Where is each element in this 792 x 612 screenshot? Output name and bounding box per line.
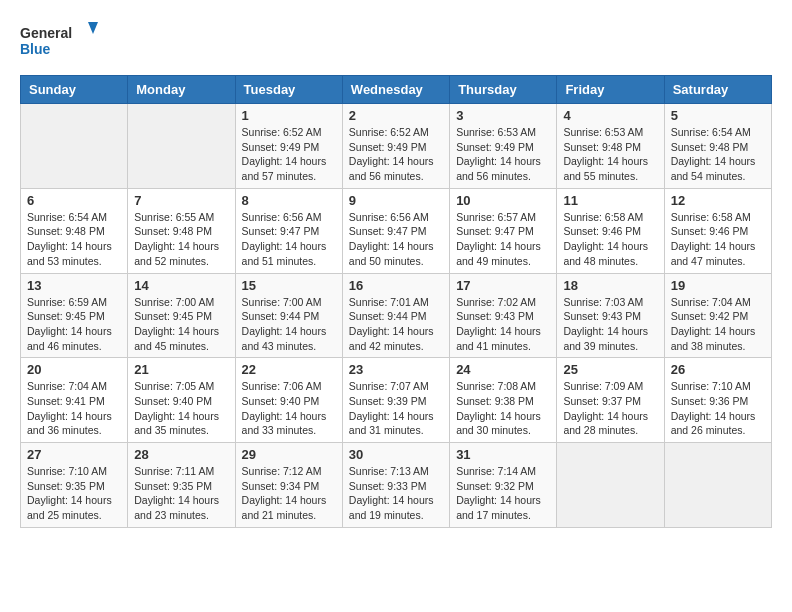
calendar-cell: 15Sunrise: 7:00 AM Sunset: 9:44 PM Dayli… bbox=[235, 273, 342, 358]
calendar-cell bbox=[664, 443, 771, 528]
page-header: General Blue bbox=[20, 20, 772, 65]
day-info: Sunrise: 7:09 AM Sunset: 9:37 PM Dayligh… bbox=[563, 379, 657, 438]
day-info: Sunrise: 7:05 AM Sunset: 9:40 PM Dayligh… bbox=[134, 379, 228, 438]
calendar-cell: 28Sunrise: 7:11 AM Sunset: 9:35 PM Dayli… bbox=[128, 443, 235, 528]
calendar-cell: 21Sunrise: 7:05 AM Sunset: 9:40 PM Dayli… bbox=[128, 358, 235, 443]
day-number: 3 bbox=[456, 108, 550, 123]
svg-marker-2 bbox=[88, 22, 98, 34]
calendar-cell: 1Sunrise: 6:52 AM Sunset: 9:49 PM Daylig… bbox=[235, 104, 342, 189]
day-info: Sunrise: 7:04 AM Sunset: 9:41 PM Dayligh… bbox=[27, 379, 121, 438]
day-info: Sunrise: 7:02 AM Sunset: 9:43 PM Dayligh… bbox=[456, 295, 550, 354]
day-info: Sunrise: 7:11 AM Sunset: 9:35 PM Dayligh… bbox=[134, 464, 228, 523]
calendar-cell: 30Sunrise: 7:13 AM Sunset: 9:33 PM Dayli… bbox=[342, 443, 449, 528]
day-info: Sunrise: 6:57 AM Sunset: 9:47 PM Dayligh… bbox=[456, 210, 550, 269]
day-info: Sunrise: 7:03 AM Sunset: 9:43 PM Dayligh… bbox=[563, 295, 657, 354]
day-info: Sunrise: 7:06 AM Sunset: 9:40 PM Dayligh… bbox=[242, 379, 336, 438]
calendar-cell bbox=[557, 443, 664, 528]
calendar-cell: 24Sunrise: 7:08 AM Sunset: 9:38 PM Dayli… bbox=[450, 358, 557, 443]
calendar-cell: 25Sunrise: 7:09 AM Sunset: 9:37 PM Dayli… bbox=[557, 358, 664, 443]
calendar-cell: 17Sunrise: 7:02 AM Sunset: 9:43 PM Dayli… bbox=[450, 273, 557, 358]
day-info: Sunrise: 6:53 AM Sunset: 9:48 PM Dayligh… bbox=[563, 125, 657, 184]
day-info: Sunrise: 7:13 AM Sunset: 9:33 PM Dayligh… bbox=[349, 464, 443, 523]
day-number: 16 bbox=[349, 278, 443, 293]
calendar-cell bbox=[128, 104, 235, 189]
calendar-cell: 27Sunrise: 7:10 AM Sunset: 9:35 PM Dayli… bbox=[21, 443, 128, 528]
day-number: 9 bbox=[349, 193, 443, 208]
calendar-week-5: 27Sunrise: 7:10 AM Sunset: 9:35 PM Dayli… bbox=[21, 443, 772, 528]
day-number: 7 bbox=[134, 193, 228, 208]
calendar-cell bbox=[21, 104, 128, 189]
day-info: Sunrise: 7:10 AM Sunset: 9:36 PM Dayligh… bbox=[671, 379, 765, 438]
calendar-cell: 14Sunrise: 7:00 AM Sunset: 9:45 PM Dayli… bbox=[128, 273, 235, 358]
day-info: Sunrise: 6:59 AM Sunset: 9:45 PM Dayligh… bbox=[27, 295, 121, 354]
calendar-cell: 31Sunrise: 7:14 AM Sunset: 9:32 PM Dayli… bbox=[450, 443, 557, 528]
day-info: Sunrise: 7:00 AM Sunset: 9:44 PM Dayligh… bbox=[242, 295, 336, 354]
day-info: Sunrise: 6:54 AM Sunset: 9:48 PM Dayligh… bbox=[27, 210, 121, 269]
day-number: 13 bbox=[27, 278, 121, 293]
calendar-cell: 18Sunrise: 7:03 AM Sunset: 9:43 PM Dayli… bbox=[557, 273, 664, 358]
day-number: 10 bbox=[456, 193, 550, 208]
svg-text:General: General bbox=[20, 25, 72, 41]
day-number: 18 bbox=[563, 278, 657, 293]
day-number: 2 bbox=[349, 108, 443, 123]
calendar-week-4: 20Sunrise: 7:04 AM Sunset: 9:41 PM Dayli… bbox=[21, 358, 772, 443]
day-number: 22 bbox=[242, 362, 336, 377]
calendar-cell: 6Sunrise: 6:54 AM Sunset: 9:48 PM Daylig… bbox=[21, 188, 128, 273]
calendar-week-3: 13Sunrise: 6:59 AM Sunset: 9:45 PM Dayli… bbox=[21, 273, 772, 358]
calendar-cell: 19Sunrise: 7:04 AM Sunset: 9:42 PM Dayli… bbox=[664, 273, 771, 358]
header-monday: Monday bbox=[128, 76, 235, 104]
calendar-week-1: 1Sunrise: 6:52 AM Sunset: 9:49 PM Daylig… bbox=[21, 104, 772, 189]
day-number: 30 bbox=[349, 447, 443, 462]
calendar-cell: 29Sunrise: 7:12 AM Sunset: 9:34 PM Dayli… bbox=[235, 443, 342, 528]
day-info: Sunrise: 7:07 AM Sunset: 9:39 PM Dayligh… bbox=[349, 379, 443, 438]
calendar-cell: 4Sunrise: 6:53 AM Sunset: 9:48 PM Daylig… bbox=[557, 104, 664, 189]
day-number: 26 bbox=[671, 362, 765, 377]
calendar-cell: 12Sunrise: 6:58 AM Sunset: 9:46 PM Dayli… bbox=[664, 188, 771, 273]
day-number: 23 bbox=[349, 362, 443, 377]
day-number: 24 bbox=[456, 362, 550, 377]
day-number: 31 bbox=[456, 447, 550, 462]
day-number: 6 bbox=[27, 193, 121, 208]
svg-text:Blue: Blue bbox=[20, 41, 51, 57]
header-friday: Friday bbox=[557, 76, 664, 104]
day-number: 14 bbox=[134, 278, 228, 293]
day-number: 20 bbox=[27, 362, 121, 377]
logo-svg: General Blue bbox=[20, 20, 100, 65]
day-info: Sunrise: 6:55 AM Sunset: 9:48 PM Dayligh… bbox=[134, 210, 228, 269]
day-number: 25 bbox=[563, 362, 657, 377]
calendar-cell: 10Sunrise: 6:57 AM Sunset: 9:47 PM Dayli… bbox=[450, 188, 557, 273]
calendar-table: SundayMondayTuesdayWednesdayThursdayFrid… bbox=[20, 75, 772, 528]
calendar-cell: 3Sunrise: 6:53 AM Sunset: 9:49 PM Daylig… bbox=[450, 104, 557, 189]
calendar-cell: 2Sunrise: 6:52 AM Sunset: 9:49 PM Daylig… bbox=[342, 104, 449, 189]
day-info: Sunrise: 7:08 AM Sunset: 9:38 PM Dayligh… bbox=[456, 379, 550, 438]
day-info: Sunrise: 6:53 AM Sunset: 9:49 PM Dayligh… bbox=[456, 125, 550, 184]
day-number: 15 bbox=[242, 278, 336, 293]
day-number: 27 bbox=[27, 447, 121, 462]
day-number: 8 bbox=[242, 193, 336, 208]
calendar-header-row: SundayMondayTuesdayWednesdayThursdayFrid… bbox=[21, 76, 772, 104]
calendar-cell: 7Sunrise: 6:55 AM Sunset: 9:48 PM Daylig… bbox=[128, 188, 235, 273]
day-info: Sunrise: 7:14 AM Sunset: 9:32 PM Dayligh… bbox=[456, 464, 550, 523]
day-number: 12 bbox=[671, 193, 765, 208]
day-info: Sunrise: 7:12 AM Sunset: 9:34 PM Dayligh… bbox=[242, 464, 336, 523]
day-info: Sunrise: 6:56 AM Sunset: 9:47 PM Dayligh… bbox=[349, 210, 443, 269]
calendar-cell: 26Sunrise: 7:10 AM Sunset: 9:36 PM Dayli… bbox=[664, 358, 771, 443]
calendar-cell: 22Sunrise: 7:06 AM Sunset: 9:40 PM Dayli… bbox=[235, 358, 342, 443]
calendar-cell: 13Sunrise: 6:59 AM Sunset: 9:45 PM Dayli… bbox=[21, 273, 128, 358]
logo: General Blue bbox=[20, 20, 100, 65]
day-number: 17 bbox=[456, 278, 550, 293]
day-info: Sunrise: 6:54 AM Sunset: 9:48 PM Dayligh… bbox=[671, 125, 765, 184]
header-sunday: Sunday bbox=[21, 76, 128, 104]
day-number: 21 bbox=[134, 362, 228, 377]
day-info: Sunrise: 6:52 AM Sunset: 9:49 PM Dayligh… bbox=[242, 125, 336, 184]
day-number: 1 bbox=[242, 108, 336, 123]
header-saturday: Saturday bbox=[664, 76, 771, 104]
day-info: Sunrise: 7:04 AM Sunset: 9:42 PM Dayligh… bbox=[671, 295, 765, 354]
day-info: Sunrise: 6:58 AM Sunset: 9:46 PM Dayligh… bbox=[563, 210, 657, 269]
day-number: 28 bbox=[134, 447, 228, 462]
calendar-week-2: 6Sunrise: 6:54 AM Sunset: 9:48 PM Daylig… bbox=[21, 188, 772, 273]
calendar-cell: 16Sunrise: 7:01 AM Sunset: 9:44 PM Dayli… bbox=[342, 273, 449, 358]
calendar-cell: 23Sunrise: 7:07 AM Sunset: 9:39 PM Dayli… bbox=[342, 358, 449, 443]
day-info: Sunrise: 6:52 AM Sunset: 9:49 PM Dayligh… bbox=[349, 125, 443, 184]
day-info: Sunrise: 7:00 AM Sunset: 9:45 PM Dayligh… bbox=[134, 295, 228, 354]
